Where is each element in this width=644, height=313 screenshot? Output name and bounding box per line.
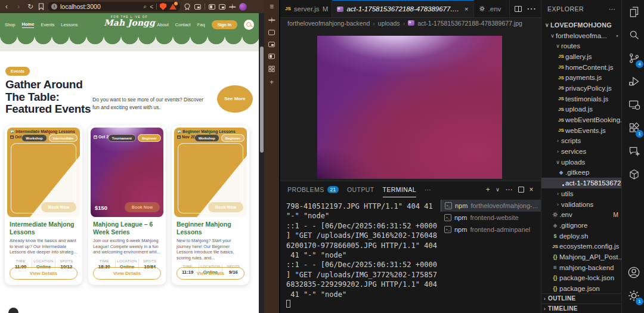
run-debug-icon[interactable]: [622, 70, 644, 93]
panel-actions-more-icon[interactable]: ⋯: [505, 185, 512, 194]
outline-section[interactable]: ›OUTLINE: [541, 293, 621, 303]
nav-lessons[interactable]: Lessons: [61, 22, 78, 27]
tree-folder[interactable]: ›utils: [541, 188, 621, 199]
close-tab-icon[interactable]: ×: [465, 5, 469, 13]
reading-mode-icon[interactable]: [219, 4, 225, 10]
tree-file[interactable]: JStestimonials.js: [541, 94, 621, 104]
forward-icon[interactable]: ›: [14, 0, 23, 13]
extension-icon[interactable]: [184, 3, 191, 10]
terminal-session[interactable]: >_npmfrontend-adminpanel: [441, 224, 541, 235]
tree-file[interactable]: .envM: [541, 209, 621, 220]
bookmarks-panel-icon[interactable]: [268, 42, 275, 47]
scrollbar-thumb[interactable]: [260, 47, 264, 153]
add-panel-icon[interactable]: +: [270, 79, 274, 86]
tree-file[interactable]: {}package.json: [541, 283, 621, 294]
brave-shield-icon[interactable]: [160, 3, 166, 10]
tree-file[interactable]: ◆.gitkeep: [541, 168, 621, 178]
leo-ai-icon[interactable]: [268, 17, 275, 23]
wallet-icon[interactable]: [194, 4, 201, 10]
tab-terminal[interactable]: TERMINAL: [383, 181, 416, 197]
tree-file[interactable]: JSwebEvents.js: [541, 125, 621, 136]
tree-folder[interactable]: ›services: [541, 146, 621, 157]
view-details-button[interactable]: View Details: [177, 267, 244, 280]
tree-root[interactable]: ∨LOVEOFMOHJONG: [541, 20, 621, 30]
explorer-icon[interactable]: [622, 0, 644, 23]
view-details-button[interactable]: View Details: [93, 267, 161, 280]
nav-events[interactable]: Events: [41, 22, 54, 27]
book-now-button[interactable]: Book Now: [208, 202, 243, 212]
maximize-panel-icon[interactable]: [518, 187, 524, 193]
close-panel-icon[interactable]: ×: [530, 185, 534, 194]
share-icon[interactable]: <: [150, 4, 153, 10]
menu-icon[interactable]: ≡: [270, 3, 274, 10]
nav-contact[interactable]: Contact: [175, 22, 191, 27]
zoom-icon[interactable]: ⌕: [144, 3, 147, 10]
breadcrumb[interactable]: fortheloveofmahjong-backend › uploads › …: [280, 18, 541, 28]
leo-ai-icon[interactable]: [229, 4, 236, 10]
tabs-icon[interactable]: [268, 30, 275, 35]
tree-file[interactable]: JShomeContent.js: [541, 62, 621, 73]
profile-avatar[interactable]: [239, 3, 247, 11]
tab-problems[interactable]: PROBLEMS21: [287, 181, 339, 197]
bookmark-icon[interactable]: [38, 3, 44, 10]
remote-explorer-icon[interactable]: [622, 93, 644, 116]
split-editor-icon[interactable]: [515, 6, 522, 12]
event-card[interactable]: Oct 2 Tournament Beginner $150 Book Now …: [88, 125, 166, 285]
back-icon[interactable]: ‹: [2, 0, 11, 13]
book-now-button[interactable]: Book Now: [125, 202, 160, 212]
brave-rewards-icon[interactable]: !: [169, 4, 177, 10]
sidebar-toggle-icon[interactable]: [209, 4, 215, 10]
tree-file[interactable]: $deploy.sh: [541, 231, 621, 241]
tab-image-file[interactable]: act-1-1758153672188-478389677.jpg ×: [332, 0, 473, 17]
tree-file[interactable]: JSprivacyPolicy.js: [541, 83, 621, 94]
search-icon[interactable]: [622, 23, 644, 47]
image-preview[interactable]: [317, 36, 502, 179]
source-control-icon[interactable]: 4: [622, 47, 644, 70]
terminal-session[interactable]: >_npmfortheloveofmahjong-...: [441, 200, 541, 212]
tree-file[interactable]: JSecosystem.config.js: [541, 241, 621, 252]
account-icon[interactable]: [622, 261, 644, 284]
tree-folder[interactable]: ›validations: [541, 199, 621, 210]
event-card[interactable]: Intermediate Mahjong Lessons Oct Worksho…: [5, 125, 82, 285]
site-logo[interactable]: FOR THE L♥VE OF Mah Jongg: [97, 16, 162, 27]
address-bar[interactable]: i localhost:3000 ⌕ < !: [48, 2, 180, 11]
tree-file[interactable]: ≡mahjong-backend: [541, 262, 621, 273]
search-button[interactable]: [244, 20, 254, 30]
tree-file-selected[interactable]: act-1-1758153672...: [541, 178, 621, 188]
more-actions-icon[interactable]: ⋯: [527, 3, 536, 14]
settings-gear-icon[interactable]: 1: [622, 284, 644, 307]
panel-more-icon[interactable]: ⋯: [425, 181, 431, 197]
reload-icon[interactable]: ↻: [26, 0, 35, 13]
tree-file[interactable]: {}Mahjong_API_Post...: [541, 252, 621, 262]
tree-folder[interactable]: ∨uploads: [541, 157, 621, 168]
see-more-button[interactable]: See More: [217, 85, 253, 113]
tree-file[interactable]: {}package-lock.json: [541, 273, 621, 284]
tab-output[interactable]: OUTPUT: [347, 181, 374, 197]
nav-home[interactable]: Home: [22, 21, 35, 28]
nav-shop[interactable]: Shop: [5, 22, 16, 27]
apps-grid-icon[interactable]: [268, 66, 275, 72]
tree-folder[interactable]: ∨routes: [541, 41, 621, 51]
chat-icon[interactable]: [622, 140, 644, 163]
tree-folder[interactable]: ∨fortheloveofma...●: [541, 30, 621, 41]
sign-in-button[interactable]: Sign In: [212, 20, 237, 29]
history-panel-icon[interactable]: [268, 54, 275, 59]
terminal-dropdown-icon[interactable]: ∨: [496, 187, 500, 193]
tree-folder[interactable]: ›scripts: [541, 136, 621, 147]
timeline-section[interactable]: ›TIMELINE: [541, 303, 621, 313]
extensions-icon[interactable]: 1: [622, 116, 644, 140]
tree-file[interactable]: JSpayments.js: [541, 72, 621, 83]
view-details-button[interactable]: View Details: [10, 267, 78, 280]
event-card[interactable]: Beginner Mahjong Lessons Nov 20, 2 Works…: [172, 125, 249, 285]
container-tools-icon[interactable]: [622, 163, 644, 186]
new-terminal-icon[interactable]: +: [486, 185, 490, 194]
tab-server-js[interactable]: JS server.js M: [280, 0, 332, 17]
book-now-button[interactable]: Book Now: [41, 202, 76, 212]
explorer-more-icon[interactable]: ⋯: [609, 5, 615, 13]
url-text[interactable]: localhost:3000: [60, 3, 141, 10]
nav-faq[interactable]: Faq: [197, 22, 205, 27]
terminal-session[interactable]: >_npmfrontend-website: [441, 212, 541, 224]
tree-file[interactable]: JSgallery.js: [541, 51, 621, 62]
tree-file[interactable]: JSwebEventBooking...: [541, 114, 621, 125]
tree-file[interactable]: JSupload.js: [541, 104, 621, 115]
